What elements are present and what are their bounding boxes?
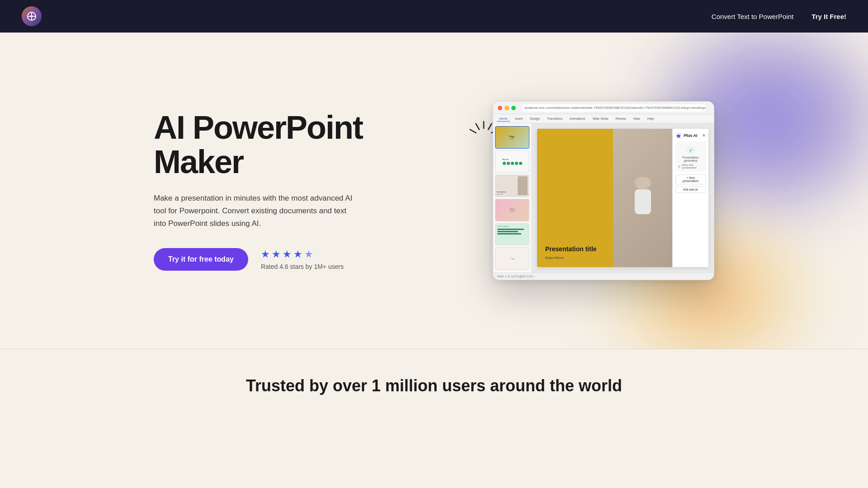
hero-right: anadrive.live.com/edit/action-editmod/sl…	[493, 101, 714, 280]
ppt-body: Pres. title Agenda	[493, 123, 714, 272]
slide-thumb-1[interactable]: Pres. title	[495, 126, 529, 149]
slide-thumb-4[interactable]: Weeklyreport	[495, 199, 529, 221]
svg-line-7	[470, 130, 476, 133]
ppt-statusbar: Slide 1 of 14 English (US) ↑	[493, 272, 714, 280]
ai-sidebar-title: Plus AI ✕	[675, 132, 706, 139]
person-silhouette	[629, 173, 656, 223]
star-2: ★	[272, 249, 281, 260]
browser-frame: anadrive.live.com/edit/action-editmod/sl…	[493, 101, 714, 280]
main-slide-area: Presentation title Maja Nilson	[532, 123, 714, 272]
star-4: ★	[293, 249, 302, 260]
svg-rect-10	[635, 189, 651, 214]
toolbar-tab-insert[interactable]: Insert	[513, 116, 525, 121]
hero-title: AI PowerPoint Maker	[154, 111, 363, 179]
hero-left: AI PowerPoint Maker Make a presentation …	[154, 111, 363, 270]
ai-sidebar: Plus AI ✕ ✓ Presentation generated ↺	[672, 129, 708, 267]
statusbar-text: Slide 1 of 14 English (US) ↑	[497, 275, 536, 278]
navbar: Convert Text to PowerPoint Try It Free!	[0, 0, 868, 33]
toolbar-tab-view[interactable]: View	[631, 116, 642, 121]
ai-generated-text: Presentation generated	[678, 156, 703, 162]
svg-point-9	[635, 177, 651, 189]
browser-dot-yellow	[505, 106, 509, 110]
ai-check-icon: ✓	[687, 146, 695, 154]
nav-convert-link[interactable]: Convert Text to PowerPoint	[712, 13, 793, 20]
try-free-button[interactable]: Try it for free today	[154, 248, 248, 271]
slide-thumb-2[interactable]: Agenda	[495, 150, 529, 173]
browser-url-bar: anadrive.live.com/edit/action-editmod/sl…	[522, 104, 706, 112]
star-half: ★	[304, 249, 313, 260]
slide-panel: Pres. title Agenda	[493, 123, 532, 272]
toolbar-tab-review[interactable]: Review	[613, 116, 628, 121]
slide-thumb-3[interactable]: Introduction Some text	[495, 174, 529, 197]
logo-icon[interactable]	[22, 6, 42, 26]
toolbar-tab-transitions[interactable]: Transitions	[545, 116, 565, 121]
hero-subtitle: Make a presentation in minutes with the …	[154, 192, 357, 230]
hero-actions: Try it for free today ★ ★ ★ ★ ★ Rated 4.…	[154, 248, 363, 271]
ai-close-button[interactable]: ✕	[702, 133, 706, 138]
ppt-toolbar: Home Insert Design Transitions Animation…	[493, 114, 714, 123]
ai-edit-button[interactable]: Edit with AI	[675, 186, 706, 193]
navbar-left	[22, 6, 42, 26]
main-slide-name: Maja Nilson	[545, 256, 605, 260]
main-slide-left: Presentation title Maja Nilson	[537, 129, 613, 267]
star-1: ★	[261, 249, 270, 260]
toolbar-tab-home[interactable]: Home	[497, 116, 510, 122]
main-slide-image	[613, 129, 672, 267]
toolbar-tab-design[interactable]: Design	[528, 116, 542, 121]
slide-thumb-6[interactable]: " text	[495, 247, 529, 270]
bottom-title: Trusted by over 1 million users around t…	[18, 376, 850, 395]
browser-dot-green	[511, 106, 516, 110]
hero-section: AI PowerPoint Maker Make a presentation …	[0, 33, 868, 349]
ai-retry-button[interactable]: ↺ Retry this presentation	[678, 164, 703, 169]
navbar-right: Convert Text to PowerPoint Try It Free!	[712, 13, 846, 20]
ai-card: ✓ Presentation generated ↺ Retry this pr…	[675, 141, 706, 172]
nav-try-free-link[interactable]: Try It Free!	[811, 13, 846, 20]
main-slide-title: Presentation title	[545, 245, 605, 253]
retry-icon: ↺	[678, 165, 680, 168]
browser-dot-red	[498, 106, 502, 110]
rating-block: ★ ★ ★ ★ ★ Rated 4.6 stars by 1M+ users	[261, 249, 344, 270]
svg-line-4	[488, 124, 492, 130]
rating-text: Rated 4.6 stars by 1M+ users	[261, 263, 344, 270]
ai-icon	[675, 132, 682, 139]
toolbar-tab-slideshow[interactable]: Slide Show	[590, 116, 611, 121]
ai-new-presentation-button[interactable]: + New presentation	[675, 174, 706, 184]
browser-bar: anadrive.live.com/edit/action-editmod/sl…	[493, 102, 714, 114]
main-slide: Presentation title Maja Nilson	[537, 129, 708, 267]
slide-thumb-5[interactable]: Focus of growth	[495, 223, 529, 246]
hero-content: AI PowerPoint Maker Make a presentation …	[118, 74, 750, 307]
star-rating: ★ ★ ★ ★ ★	[261, 249, 344, 260]
svg-line-6	[476, 124, 480, 130]
bottom-section: Trusted by over 1 million users around t…	[0, 349, 868, 432]
toolbar-tab-help[interactable]: Help	[645, 116, 656, 121]
toolbar-tab-animations[interactable]: Animations	[567, 116, 588, 121]
main-slide-right	[613, 129, 672, 267]
star-3: ★	[283, 249, 292, 260]
browser-mockup: anadrive.live.com/edit/action-editmod/sl…	[493, 101, 714, 280]
